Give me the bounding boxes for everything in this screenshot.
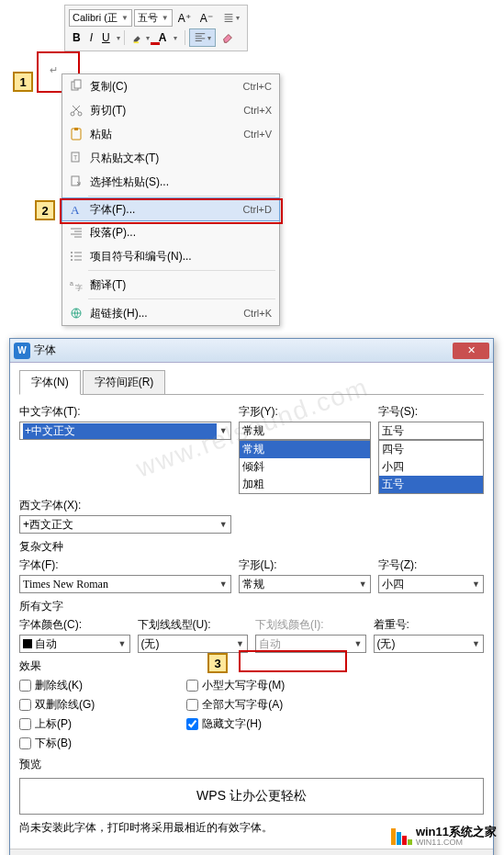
tab-font[interactable]: 字体(N)	[19, 370, 81, 395]
cfont-label: 字体(F):	[19, 557, 231, 573]
color-combo[interactable]: 自动▼	[19, 635, 130, 653]
line-spacing-button[interactable]: ▾	[218, 10, 243, 27]
eraser-icon	[221, 31, 234, 44]
align-icon	[194, 31, 207, 44]
style-label: 字形(Y):	[239, 404, 371, 420]
ul-combo[interactable]: (无)▼	[138, 635, 249, 653]
cfont-combo[interactable]: Times New Roman▼	[19, 575, 231, 593]
ulcolor-label: 下划线颜色(I):	[255, 617, 366, 633]
size-combo[interactable]: 五号	[378, 422, 484, 440]
ctx-paste-special[interactable]: 选择性粘贴(S)...	[62, 170, 279, 194]
paste-text-icon: T	[66, 151, 86, 165]
chk-smallcaps[interactable]: 小型大写字母(M)	[186, 678, 285, 693]
paste-special-icon	[66, 174, 86, 189]
ctx-bullets[interactable]: 项目符号和编号(N)...	[62, 244, 279, 268]
close-button[interactable]: ✕	[453, 343, 489, 359]
callout-1: 1	[13, 72, 33, 92]
site-logo: win11系统之家WIN11.COM	[391, 826, 497, 848]
shrink-font-button[interactable]: A⁻	[196, 10, 217, 27]
dialog-title: 字体	[34, 343, 453, 358]
color-label: 字体颜色(C):	[19, 617, 130, 633]
font-color-button[interactable]: A▾	[155, 29, 182, 46]
emph-label: 着重号:	[374, 617, 485, 633]
font-name-select[interactable]: Calibri (正▼	[69, 9, 132, 27]
svg-text:字: 字	[75, 284, 83, 292]
preview-label: 预览	[19, 757, 484, 772]
ctx-paste-text[interactable]: T 只粘贴文本(T)	[62, 146, 279, 170]
formatting-toolbar: Calibri (正▼ 五号▼ A⁺ A⁻ ▾ B I U▾ ▾ A▾ ▾	[64, 5, 248, 51]
italic-button[interactable]: I	[86, 29, 96, 46]
svg-point-4	[78, 112, 82, 116]
chk-sub[interactable]: 下标(B)	[19, 736, 95, 751]
line-spacing-icon	[222, 12, 235, 25]
highlight-button[interactable]: ▾	[129, 29, 153, 46]
align-button[interactable]: ▾	[189, 28, 216, 47]
highlight-icon	[132, 31, 145, 44]
ul-label: 下划线线型(U):	[138, 617, 249, 633]
font-size-select[interactable]: 五号▼	[134, 9, 173, 27]
svg-rect-2	[74, 80, 81, 88]
size-label: 字号(S):	[378, 404, 484, 420]
style-listbox[interactable]: 常规 倾斜 加粗	[239, 440, 371, 494]
alltext-label: 所有文字	[19, 599, 484, 614]
ctx-hyperlink[interactable]: 超链接(H)...Ctrl+K	[62, 301, 279, 325]
context-menu: 复制(C)Ctrl+C 剪切(T)Ctrl+X 粘贴Ctrl+V T 只粘贴文本…	[62, 73, 280, 326]
ctx-font[interactable]: A 字体(F)...Ctrl+D	[62, 197, 280, 221]
ctx-paragraph[interactable]: 段落(P)...	[62, 220, 279, 244]
svg-text:a: a	[70, 280, 73, 287]
paragraph-icon	[66, 225, 86, 240]
ctx-translate[interactable]: a字 翻译(T)	[62, 273, 279, 297]
tab-spacing[interactable]: 字符间距(R)	[83, 370, 166, 395]
chk-dstrike[interactable]: 双删除线(G)	[19, 697, 95, 713]
svg-text:T: T	[73, 154, 78, 161]
font-dialog: W 字体 ✕ 字体(N) 字符间距(R) 中文字体(T): +中文正文▼ 字形(…	[9, 338, 494, 855]
chk-allcaps[interactable]: 全部大写字母(A)	[186, 697, 285, 713]
svg-point-12	[71, 255, 73, 257]
bold-button[interactable]: B	[69, 29, 84, 46]
emph-combo[interactable]: (无)▼	[374, 635, 485, 653]
en-font-label: 西文字体(X):	[19, 498, 231, 513]
callout-3: 3	[207, 653, 228, 673]
cn-font-label: 中文字体(T):	[19, 404, 231, 420]
chk-strike[interactable]: 删除线(K)	[19, 678, 95, 693]
link-icon	[66, 306, 86, 321]
scissors-icon	[66, 103, 86, 118]
cstyle-combo[interactable]: 常规▼	[239, 575, 371, 593]
effects-label: 效果	[19, 658, 484, 674]
copy-icon	[66, 79, 86, 94]
svg-point-3	[71, 112, 74, 116]
chk-hidden[interactable]: 隐藏文字(H)	[186, 716, 285, 732]
complex-label: 复杂文种	[19, 539, 484, 555]
bullets-icon	[66, 249, 86, 264]
translate-icon: a字	[66, 277, 86, 292]
font-icon: A	[66, 202, 86, 217]
svg-rect-6	[74, 128, 78, 130]
clipboard-icon	[66, 127, 86, 141]
cn-font-combo[interactable]: +中文正文▼	[19, 422, 231, 440]
grow-font-button[interactable]: A⁺	[174, 10, 195, 27]
csize-combo[interactable]: 小四▼	[378, 575, 484, 593]
eraser-button[interactable]	[218, 29, 238, 46]
csize-label: 字号(Z):	[378, 557, 484, 573]
svg-rect-0	[133, 41, 138, 43]
ctx-paste[interactable]: 粘贴Ctrl+V	[62, 122, 279, 146]
preview-box: WPS 让办公更轻松	[19, 778, 484, 815]
svg-text:A: A	[71, 203, 80, 217]
en-font-combo[interactable]: +西文正文▼	[19, 515, 231, 534]
size-listbox[interactable]: 四号 小四 五号	[378, 440, 484, 494]
style-combo[interactable]: 常规	[239, 422, 371, 440]
underline-button[interactable]: U	[98, 29, 114, 46]
svg-point-11	[71, 252, 73, 253]
svg-point-13	[71, 259, 73, 261]
app-icon: W	[14, 343, 30, 359]
cstyle-label: 字形(L):	[239, 557, 371, 573]
ulcolor-combo: 自动▼	[255, 635, 366, 653]
ctx-cut[interactable]: 剪切(T)Ctrl+X	[62, 98, 279, 122]
ctx-copy[interactable]: 复制(C)Ctrl+C	[62, 74, 279, 98]
callout-2: 2	[35, 200, 55, 220]
paragraph-mark: ↵	[50, 64, 58, 76]
dialog-titlebar: W 字体 ✕	[10, 339, 493, 363]
chk-sup[interactable]: 上标(P)	[19, 716, 95, 732]
